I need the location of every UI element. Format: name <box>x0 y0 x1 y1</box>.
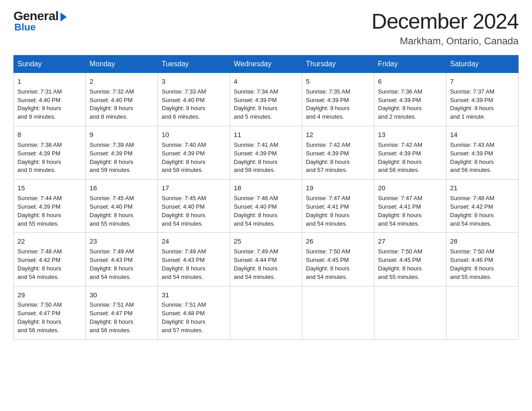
calendar-cell <box>302 286 374 339</box>
day-sunset: Sunset: 4:39 PM <box>162 150 205 157</box>
calendar-cell: 27 Sunrise: 7:50 AM Sunset: 4:45 PM Dayl… <box>374 233 446 286</box>
calendar-cell: 2 Sunrise: 7:32 AM Sunset: 4:40 PM Dayli… <box>86 73 158 126</box>
day-number: 6 <box>378 77 442 86</box>
day-daylight-cont: and 55 minutes. <box>17 220 59 227</box>
day-number: 3 <box>162 77 226 86</box>
day-number: 10 <box>162 130 226 140</box>
day-daylight: Daylight: 8 hours <box>450 265 494 272</box>
day-sunset: Sunset: 4:40 PM <box>234 203 277 210</box>
day-sunset: Sunset: 4:45 PM <box>306 257 349 263</box>
day-number: 12 <box>306 130 370 140</box>
day-daylight: Daylight: 8 hours <box>90 158 133 165</box>
day-sunset: Sunset: 4:39 PM <box>17 150 60 157</box>
calendar-cell: 15 Sunrise: 7:44 AM Sunset: 4:39 PM Dayl… <box>14 180 86 233</box>
calendar-cell: 19 Sunrise: 7:47 AM Sunset: 4:41 PM Dayl… <box>302 180 374 233</box>
day-number: 27 <box>378 236 442 246</box>
day-number: 16 <box>90 183 154 193</box>
calendar-cell <box>446 286 519 339</box>
calendar-cell: 3 Sunrise: 7:33 AM Sunset: 4:40 PM Dayli… <box>158 73 230 126</box>
day-sunrise: Sunrise: 7:42 AM <box>306 141 350 148</box>
day-sunrise: Sunrise: 7:47 AM <box>378 195 422 201</box>
day-of-week-header: Tuesday <box>158 56 230 73</box>
day-number: 7 <box>450 77 515 86</box>
day-sunrise: Sunrise: 7:49 AM <box>234 248 278 255</box>
day-sunrise: Sunrise: 7:39 AM <box>90 141 134 148</box>
calendar-week-row: 15 Sunrise: 7:44 AM Sunset: 4:39 PM Dayl… <box>14 180 519 233</box>
day-daylight: Daylight: 8 hours <box>378 158 422 165</box>
day-sunrise: Sunrise: 7:49 AM <box>90 248 134 255</box>
calendar-cell: 7 Sunrise: 7:37 AM Sunset: 4:39 PM Dayli… <box>446 73 519 126</box>
day-sunset: Sunset: 4:44 PM <box>234 257 277 263</box>
calendar-cell: 23 Sunrise: 7:49 AM Sunset: 4:43 PM Dayl… <box>86 233 158 286</box>
day-daylight: Daylight: 8 hours <box>450 158 494 165</box>
day-daylight: Daylight: 8 hours <box>162 318 206 325</box>
calendar-week-row: 29 Sunrise: 7:50 AM Sunset: 4:47 PM Dayl… <box>14 286 519 339</box>
day-daylight-cont: and 54 minutes. <box>162 274 203 280</box>
calendar-cell: 25 Sunrise: 7:49 AM Sunset: 4:44 PM Dayl… <box>230 233 302 286</box>
day-of-week-header: Sunday <box>14 56 86 73</box>
day-sunset: Sunset: 4:39 PM <box>378 97 421 103</box>
day-daylight-cont: and 6 minutes. <box>162 113 200 120</box>
day-sunset: Sunset: 4:42 PM <box>17 257 60 263</box>
day-sunrise: Sunrise: 7:36 AM <box>378 88 422 95</box>
day-sunset: Sunset: 4:39 PM <box>17 203 60 210</box>
day-number: 28 <box>450 236 515 246</box>
day-sunset: Sunset: 4:43 PM <box>162 257 205 263</box>
day-daylight-cont: and 2 minutes. <box>378 113 416 120</box>
day-sunrise: Sunrise: 7:45 AM <box>162 195 206 201</box>
calendar-week-row: 22 Sunrise: 7:48 AM Sunset: 4:42 PM Dayl… <box>14 233 519 286</box>
calendar-cell: 1 Sunrise: 7:31 AM Sunset: 4:40 PM Dayli… <box>14 73 86 126</box>
calendar-cell: 22 Sunrise: 7:48 AM Sunset: 4:42 PM Dayl… <box>14 233 86 286</box>
day-number: 25 <box>234 236 298 246</box>
day-sunrise: Sunrise: 7:35 AM <box>306 88 350 95</box>
calendar-cell: 17 Sunrise: 7:45 AM Sunset: 4:40 PM Dayl… <box>158 180 230 233</box>
day-daylight: Daylight: 8 hours <box>162 265 206 272</box>
day-sunset: Sunset: 4:40 PM <box>17 97 60 103</box>
day-daylight-cont: and 0 minutes. <box>17 167 56 173</box>
calendar-title: December 2024 <box>371 9 519 34</box>
day-daylight-cont: and 5 minutes. <box>234 113 272 120</box>
day-daylight: Daylight: 9 hours <box>17 158 61 165</box>
calendar-cell: 8 Sunrise: 7:38 AM Sunset: 4:39 PM Dayli… <box>14 126 86 180</box>
day-sunset: Sunset: 4:45 PM <box>378 257 421 263</box>
day-sunset: Sunset: 4:39 PM <box>90 150 133 157</box>
calendar-week-row: 8 Sunrise: 7:38 AM Sunset: 4:39 PM Dayli… <box>14 126 519 180</box>
calendar-cell: 10 Sunrise: 7:40 AM Sunset: 4:39 PM Dayl… <box>158 126 230 180</box>
day-daylight: Daylight: 8 hours <box>450 212 494 218</box>
calendar-cell: 4 Sunrise: 7:34 AM Sunset: 4:39 PM Dayli… <box>230 73 302 126</box>
day-sunrise: Sunrise: 7:43 AM <box>450 141 494 148</box>
day-of-week-header: Wednesday <box>230 56 302 73</box>
day-sunrise: Sunrise: 7:34 AM <box>234 88 278 95</box>
day-sunset: Sunset: 4:48 PM <box>162 310 205 317</box>
day-daylight-cont: and 56 minutes. <box>17 327 59 334</box>
day-daylight-cont: and 56 minutes. <box>450 167 492 173</box>
logo: General Blue <box>13 9 67 33</box>
day-daylight: Daylight: 8 hours <box>234 212 278 218</box>
day-of-week-header: Monday <box>86 56 158 73</box>
calendar-week-row: 1 Sunrise: 7:31 AM Sunset: 4:40 PM Dayli… <box>14 73 519 126</box>
day-daylight: Daylight: 9 hours <box>450 105 494 111</box>
day-daylight: Daylight: 8 hours <box>162 158 206 165</box>
day-daylight-cont: and 54 minutes. <box>17 274 59 280</box>
day-daylight-cont: and 54 minutes. <box>306 274 348 280</box>
day-number: 31 <box>162 290 226 300</box>
calendar-cell: 31 Sunrise: 7:51 AM Sunset: 4:48 PM Dayl… <box>158 286 230 339</box>
calendar-cell: 21 Sunrise: 7:48 AM Sunset: 4:42 PM Dayl… <box>446 180 519 233</box>
day-sunset: Sunset: 4:40 PM <box>162 97 205 103</box>
day-number: 20 <box>378 183 442 193</box>
day-of-week-header: Thursday <box>302 56 374 73</box>
day-daylight: Daylight: 8 hours <box>306 265 350 272</box>
day-number: 13 <box>378 130 442 140</box>
calendar-cell <box>230 286 302 339</box>
day-sunrise: Sunrise: 7:49 AM <box>162 248 206 255</box>
day-sunset: Sunset: 4:43 PM <box>90 257 133 263</box>
calendar-cell: 28 Sunrise: 7:50 AM Sunset: 4:46 PM Dayl… <box>446 233 519 286</box>
day-number: 9 <box>90 130 154 140</box>
day-daylight: Daylight: 9 hours <box>90 105 133 111</box>
calendar-cell: 14 Sunrise: 7:43 AM Sunset: 4:39 PM Dayl… <box>446 126 519 180</box>
day-sunrise: Sunrise: 7:51 AM <box>162 301 206 308</box>
day-daylight: Daylight: 9 hours <box>306 105 350 111</box>
day-number: 24 <box>162 236 226 246</box>
calendar-cell: 29 Sunrise: 7:50 AM Sunset: 4:47 PM Dayl… <box>14 286 86 339</box>
day-sunrise: Sunrise: 7:37 AM <box>450 88 494 95</box>
